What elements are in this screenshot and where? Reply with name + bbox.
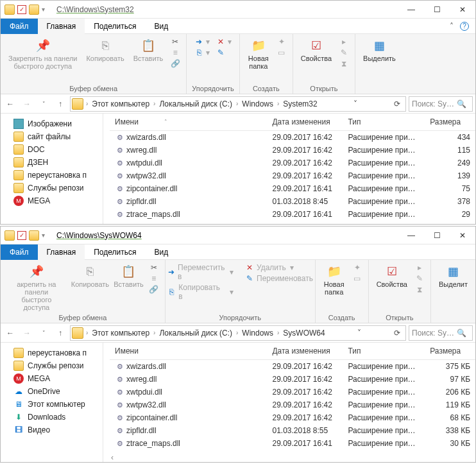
breadcrumb-bar[interactable]: › Этот компьютер› Локальный диск (C:)› W… bbox=[70, 325, 406, 341]
copy-path-button[interactable] bbox=[148, 273, 160, 284]
col-date[interactable]: Дата изменения bbox=[267, 345, 343, 357]
tree-item[interactable]: сайт файлы bbox=[1, 130, 103, 143]
address-dropdown-icon[interactable]: ˅ bbox=[353, 329, 365, 338]
pin-button[interactable]: акрепить на панели быстрого доступа bbox=[6, 262, 67, 313]
breadcrumb-item[interactable]: Локальный диск (C:) bbox=[155, 329, 236, 338]
qat-properties-icon[interactable]: ✓ bbox=[17, 5, 26, 14]
help-icon[interactable]: ? bbox=[460, 22, 469, 31]
tree-item[interactable]: ☁OneDrive bbox=[1, 385, 103, 398]
column-headers[interactable]: Имени Дата изменения Тип Размера bbox=[110, 343, 475, 360]
address-dropdown-icon[interactable]: ˅ bbox=[350, 99, 361, 108]
delete-button[interactable]: Удалить▾ bbox=[244, 262, 314, 273]
new-item-button[interactable] bbox=[352, 262, 363, 273]
forward-button[interactable]: → bbox=[20, 326, 34, 340]
breadcrumb-item[interactable]: System32 bbox=[279, 99, 321, 108]
horizontal-scrollbar[interactable]: ‹ bbox=[103, 453, 475, 462]
qat-newfolder-icon[interactable] bbox=[29, 4, 39, 15]
navigation-tree[interactable]: Изображенисайт файлыDOCДЗЕНпереустановка… bbox=[1, 114, 103, 224]
select-button[interactable]: Выделить bbox=[361, 37, 398, 64]
tab-file[interactable]: Файл bbox=[1, 244, 38, 260]
qat-newfolder-icon[interactable] bbox=[29, 230, 39, 241]
tab-view[interactable]: Вид bbox=[145, 19, 177, 34]
navigation-tree[interactable]: переустановка пСлужбы репозиMMEGA☁OneDri… bbox=[1, 343, 103, 462]
select-button[interactable]: Выделит bbox=[436, 262, 470, 289]
open-button[interactable] bbox=[338, 37, 350, 47]
tree-item[interactable]: переустановка п bbox=[1, 169, 103, 182]
col-type[interactable]: Тип bbox=[343, 116, 425, 128]
refresh-button[interactable]: ⟳ bbox=[390, 99, 404, 108]
tab-share[interactable]: Поделиться bbox=[85, 244, 145, 260]
breadcrumb-item[interactable]: SysWOW64 bbox=[279, 329, 328, 338]
paste-shortcut-button[interactable] bbox=[148, 284, 160, 295]
tree-item[interactable]: Службы репози bbox=[1, 182, 103, 194]
tree-item[interactable]: MMEGA bbox=[1, 372, 103, 385]
tree-item[interactable]: Службы репози bbox=[1, 359, 103, 372]
col-type[interactable]: Тип bbox=[343, 345, 425, 357]
file-row[interactable]: zipfldr.dll01.03.2018 8:45Расширение при… bbox=[110, 195, 475, 208]
new-folder-button[interactable]: Новая папка bbox=[321, 262, 348, 297]
rename-button[interactable] bbox=[215, 47, 233, 58]
file-row[interactable]: xwtpw32.dll29.09.2017 16:42Расширение пр… bbox=[110, 398, 475, 411]
qat-dropdown-icon[interactable]: ▾ bbox=[42, 232, 45, 239]
file-row[interactable]: zipcontainer.dll29.09.2017 16:42Расширен… bbox=[110, 411, 475, 424]
file-row[interactable]: xwtpdui.dll29.09.2017 16:42Расширение пр… bbox=[110, 386, 475, 398]
col-size[interactable]: Размера bbox=[425, 345, 475, 357]
search-input[interactable]: Поиск: Sy…🔍 bbox=[409, 325, 473, 341]
titlebar[interactable]: ✓ ▾ C:\Windows\SysWOW64 — ☐ ✕ bbox=[1, 227, 475, 244]
col-name[interactable]: Имени bbox=[110, 345, 267, 357]
rename-button[interactable]: Переименовать bbox=[244, 273, 314, 284]
move-to-button[interactable]: Переместить в▾ bbox=[166, 262, 235, 282]
file-row[interactable]: xwizards.dll29.09.2017 16:42Расширение п… bbox=[110, 131, 475, 144]
file-row[interactable]: zipcontainer.dll29.09.2017 16:41Расширен… bbox=[110, 182, 475, 195]
tree-item[interactable]: DOC bbox=[1, 143, 103, 156]
breadcrumb-item[interactable]: Windows bbox=[238, 329, 277, 338]
up-button[interactable]: ↑ bbox=[53, 326, 67, 340]
col-size[interactable]: Размера bbox=[425, 116, 475, 128]
paste-button[interactable]: Вставить bbox=[113, 262, 144, 289]
copy-to-button[interactable]: Копировать в▾ bbox=[166, 282, 235, 302]
file-row[interactable]: ztrace_maps.dll29.09.2017 16:41Расширени… bbox=[110, 208, 475, 221]
search-input[interactable]: Поиск: Sy…🔍 bbox=[409, 96, 473, 112]
copy-button[interactable]: Копировать bbox=[71, 262, 110, 289]
titlebar[interactable]: ✓ ▾ C:\Windows\System32 — ☐ ✕ bbox=[1, 1, 475, 19]
cut-button[interactable] bbox=[169, 37, 181, 47]
paste-shortcut-button[interactable] bbox=[169, 58, 181, 69]
edit-button[interactable] bbox=[338, 47, 350, 58]
refresh-button[interactable]: ⟳ bbox=[390, 329, 404, 338]
close-button[interactable]: ✕ bbox=[450, 227, 475, 244]
tree-item[interactable]: Изображени bbox=[1, 117, 103, 130]
breadcrumb-item[interactable]: Этот компьютер bbox=[88, 99, 153, 108]
file-row[interactable]: xwreg.dll29.09.2017 16:42Расширение при…… bbox=[110, 144, 475, 157]
tab-file[interactable]: Файл bbox=[1, 19, 38, 34]
breadcrumb-item[interactable]: Этот компьютер bbox=[88, 329, 153, 338]
breadcrumb-item[interactable]: Windows bbox=[238, 99, 277, 108]
up-button[interactable]: ↑ bbox=[53, 97, 67, 111]
qat-dropdown-icon[interactable]: ▾ bbox=[42, 6, 45, 13]
edit-button[interactable] bbox=[414, 273, 425, 284]
file-row[interactable]: xwtpdui.dll29.09.2017 16:42Расширение пр… bbox=[110, 157, 475, 169]
recent-dropdown[interactable]: ˅ bbox=[37, 97, 51, 111]
cut-button[interactable] bbox=[148, 262, 160, 273]
new-item-button[interactable] bbox=[276, 37, 287, 47]
back-button[interactable]: ← bbox=[3, 97, 17, 111]
minimize-button[interactable]: — bbox=[398, 1, 424, 19]
collapse-ribbon-icon[interactable]: ˄ bbox=[450, 22, 454, 31]
copy-to-button[interactable]: ▾ bbox=[193, 47, 211, 58]
copy-button[interactable]: Копировать bbox=[83, 37, 126, 64]
open-button[interactable] bbox=[414, 262, 425, 273]
tab-view[interactable]: Вид bbox=[145, 244, 177, 260]
recent-dropdown[interactable]: ˅ bbox=[37, 326, 51, 340]
tab-share[interactable]: Поделиться bbox=[85, 19, 145, 34]
new-folder-button[interactable]: Новая папка bbox=[245, 37, 272, 71]
tree-item[interactable]: ⬇Downloads bbox=[1, 411, 103, 424]
col-date[interactable]: Дата изменения bbox=[267, 116, 343, 128]
history-button[interactable] bbox=[414, 284, 425, 295]
minimize-button[interactable]: — bbox=[398, 227, 424, 244]
easy-access-button[interactable] bbox=[352, 273, 363, 284]
qat-properties-icon[interactable]: ✓ bbox=[17, 231, 26, 240]
copy-path-button[interactable] bbox=[169, 47, 181, 58]
tree-item[interactable]: 🖥Этот компьютер bbox=[1, 398, 103, 411]
delete-button[interactable]: ▾ bbox=[215, 37, 233, 47]
tree-item[interactable]: ДЗЕН bbox=[1, 156, 103, 169]
file-row[interactable]: xwizards.dll29.09.2017 16:42Расширение п… bbox=[110, 360, 475, 373]
